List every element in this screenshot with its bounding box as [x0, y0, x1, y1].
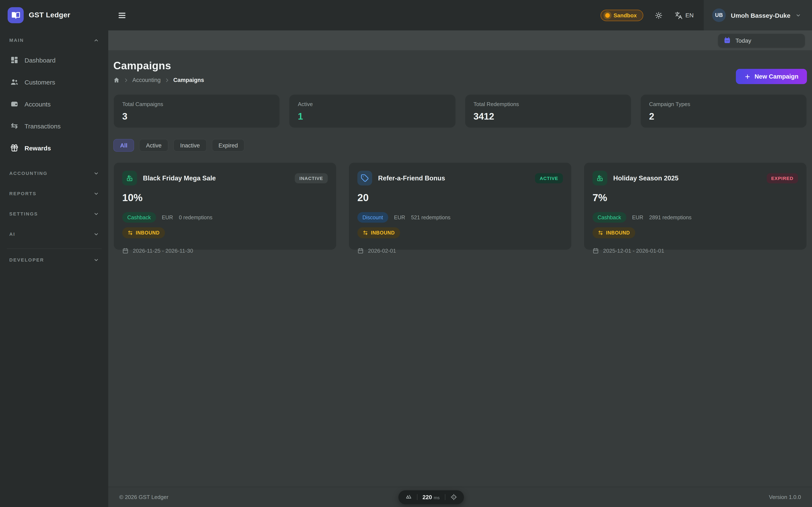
nav-list-main: Dashboard Customers Accounts Transaction… — [6, 49, 102, 159]
chevron-down-icon — [94, 257, 99, 263]
stat-value: 2 — [649, 111, 798, 122]
campaign-card-refer-a-friend[interactable]: Refer-a-Friend Bonus ACTIVE 20 Discount … — [349, 162, 572, 250]
date-text: 2026-02-01 — [368, 247, 396, 254]
calendar-icon — [357, 247, 364, 254]
type-pill: Discount — [357, 212, 388, 223]
direction-row: INBOUND — [122, 227, 328, 238]
campaign-card-holiday-season[interactable]: Holiday Season 2025 EXPIRED 7% Cashback … — [583, 162, 807, 250]
calendar-icon — [122, 247, 129, 254]
breadcrumb: Accounting Campaigns — [113, 77, 204, 83]
campaign-value: 7% — [593, 192, 798, 204]
sidebar-section-main[interactable]: MAIN — [6, 35, 102, 46]
sidebar-section-settings[interactable]: SETTINGS — [6, 204, 102, 224]
sidebar-item-accounts[interactable]: Accounts — [6, 93, 102, 115]
status-filters: All Active Inactive Expired — [113, 139, 807, 152]
filter-expired[interactable]: Expired — [212, 139, 245, 152]
language-label: EN — [686, 12, 694, 18]
direction-label: INBOUND — [136, 230, 160, 235]
chevron-down-icon — [94, 231, 99, 237]
main-content: Campaigns Accounting Campaigns New Campa… — [108, 50, 812, 487]
stat-card-total-campaigns: Total Campaigns 3 — [113, 94, 280, 128]
campaign-meta: Cashback EUR 2891 redemptions — [593, 212, 798, 223]
type-pill: Cashback — [593, 212, 626, 223]
section-label: REPORTS — [9, 191, 37, 196]
home-icon[interactable] — [113, 77, 120, 83]
locate-icon — [450, 494, 457, 500]
sidebar: GST Ledger MAIN Dashboard Customers Acco… — [0, 0, 108, 507]
theme-toggle-button[interactable] — [651, 7, 667, 23]
section-label: AI — [9, 231, 15, 237]
campaign-value: 10% — [122, 192, 328, 204]
breadcrumb-accounting[interactable]: Accounting — [133, 77, 161, 83]
calendar-icon — [724, 37, 731, 44]
app-window: GST Ledger MAIN Dashboard Customers Acco… — [0, 0, 812, 507]
date-range: 2026-11-25 - 2026-11-30 — [122, 247, 328, 254]
cashback-icon — [593, 171, 607, 185]
date-range: 2026-02-01 — [357, 247, 563, 254]
languages-icon — [674, 11, 682, 19]
stat-label: Active — [298, 101, 447, 107]
sidebar-item-dashboard[interactable]: Dashboard — [6, 49, 102, 71]
page-title: Campaigns — [113, 60, 204, 72]
sidebar-item-transactions[interactable]: Transactions — [6, 115, 102, 137]
chevron-down-icon — [94, 170, 99, 176]
status-badge: ACTIVE — [535, 173, 563, 183]
direction-badge: INBOUND — [593, 227, 636, 238]
card-header: Holiday Season 2025 EXPIRED — [593, 171, 798, 185]
stat-value: 3412 — [473, 111, 622, 122]
today-button[interactable]: Today — [718, 34, 805, 47]
redemptions-label: 521 redemptions — [411, 214, 450, 220]
campaign-card-black-friday[interactable]: Black Friday Mega Sale INACTIVE 10% Cash… — [113, 162, 337, 250]
latency-value: 220 — [422, 494, 432, 500]
latency-unit: ms — [434, 495, 440, 500]
currency-label: EUR — [162, 214, 173, 220]
menu-icon — [117, 11, 126, 20]
chevron-down-icon — [94, 211, 99, 217]
sidebar-item-label: Rewards — [24, 144, 51, 152]
language-selector[interactable]: EN — [671, 7, 697, 23]
divider — [417, 494, 417, 500]
campaign-name: Black Friday Mega Sale — [143, 174, 216, 182]
section-label: DEVELOPER — [9, 257, 44, 262]
latency-indicator[interactable]: 220ms — [398, 490, 464, 504]
new-campaign-button[interactable]: New Campaign — [736, 69, 807, 84]
redemptions-label: 0 redemptions — [179, 214, 212, 220]
app-logo: GST Ledger — [0, 0, 108, 31]
date-range: 2025-12-01 - 2026-01-01 — [593, 247, 798, 254]
campaign-name: Refer-a-Friend Bonus — [378, 174, 445, 182]
breadcrumb-campaigns: Campaigns — [173, 77, 204, 83]
footer: © 2026 GST Ledger 220ms Version 1.0.0 — [108, 487, 812, 507]
campaign-grid: Black Friday Mega Sale INACTIVE 10% Cash… — [113, 162, 807, 250]
stat-value: 1 — [298, 111, 447, 122]
card-header: Black Friday Mega Sale INACTIVE — [122, 171, 328, 185]
campaign-meta: Discount EUR 521 redemptions — [357, 212, 563, 223]
direction-label: INBOUND — [371, 230, 395, 235]
user-menu[interactable]: UB Umoh Bassey-Duke — [704, 0, 812, 31]
direction-row: INBOUND — [357, 227, 563, 238]
sun-icon — [655, 11, 663, 19]
sidebar-item-label: Dashboard — [24, 56, 56, 64]
environment-badge[interactable]: Sandbox — [601, 9, 643, 21]
sidebar-item-label: Customers — [24, 78, 55, 86]
chevron-up-icon — [94, 38, 99, 43]
stat-label: Total Redemptions — [473, 101, 622, 107]
filter-active[interactable]: Active — [139, 139, 168, 152]
campaign-meta: Cashback EUR 0 redemptions — [122, 212, 328, 223]
filter-all[interactable]: All — [113, 139, 134, 152]
direction-badge: INBOUND — [122, 227, 165, 238]
menu-toggle-button[interactable] — [113, 7, 130, 24]
status-badge: EXPIRED — [767, 173, 798, 183]
sidebar-section-ai[interactable]: AI — [6, 224, 102, 244]
sidebar-section-reports[interactable]: REPORTS — [6, 183, 102, 204]
chevron-right-icon — [164, 77, 169, 82]
sidebar-item-rewards[interactable]: Rewards — [6, 137, 102, 159]
gift-icon — [10, 144, 18, 152]
sidebar-section-accounting[interactable]: ACCOUNTING — [6, 163, 102, 183]
sidebar-item-label: Accounts — [24, 100, 51, 108]
arrows-left-right-icon — [128, 230, 133, 235]
sidebar-section-developer[interactable]: DEVELOPER — [6, 250, 102, 270]
version-label: Version 1.0.0 — [769, 494, 801, 500]
section-label: ACCOUNTING — [9, 171, 48, 176]
filter-inactive[interactable]: Inactive — [173, 139, 207, 152]
sidebar-item-customers[interactable]: Customers — [6, 71, 102, 93]
